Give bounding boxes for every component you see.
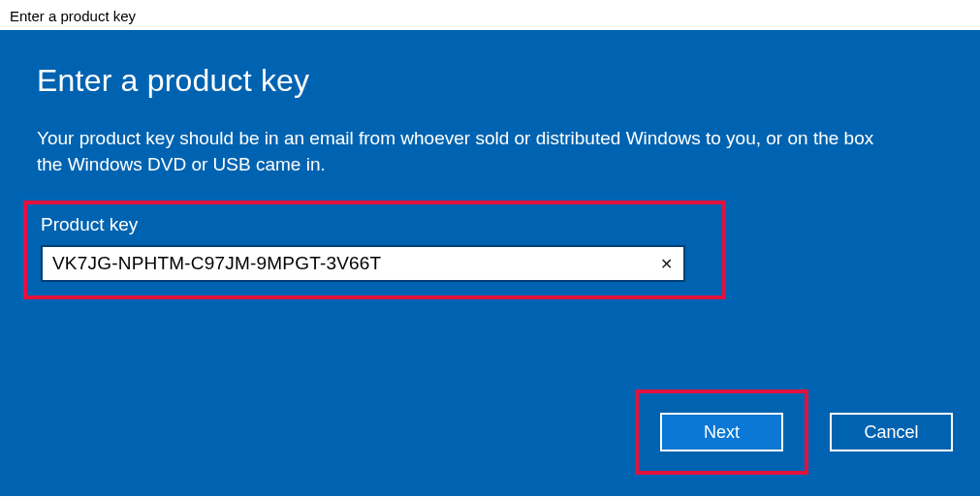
product-key-input[interactable] bbox=[43, 249, 648, 278]
product-key-section: Product key ✕ bbox=[23, 201, 726, 299]
dialog-heading: Enter a product key bbox=[37, 63, 943, 99]
product-key-label: Product key bbox=[41, 214, 709, 235]
next-button[interactable]: Next bbox=[660, 413, 783, 451]
dialog-button-row: Next Cancel bbox=[635, 389, 953, 475]
product-key-input-wrap: ✕ bbox=[41, 245, 685, 282]
dialog-description: Your product key should be in an email f… bbox=[37, 126, 900, 177]
dialog-panel: Enter a product key Your product key sho… bbox=[0, 30, 980, 496]
next-button-highlight: Next bbox=[635, 389, 808, 475]
window-title: Enter a product key bbox=[0, 0, 980, 30]
clear-input-icon[interactable]: ✕ bbox=[648, 255, 683, 273]
cancel-button[interactable]: Cancel bbox=[830, 413, 953, 451]
